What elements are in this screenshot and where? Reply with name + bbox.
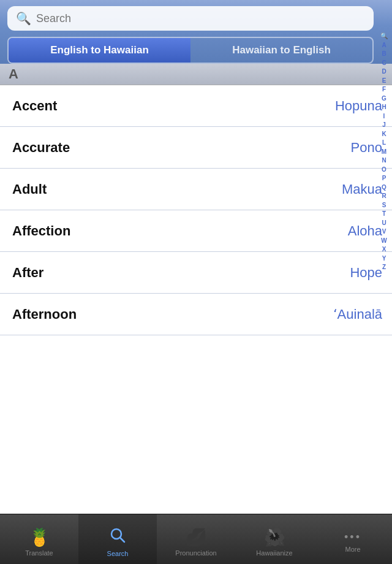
hawaiian-word: ʻAuinalā	[333, 307, 382, 322]
tab-search[interactable]: Search	[78, 514, 157, 564]
alpha-index: 🔍 A B C D E F G H I J K L M N O P Q R S …	[376, 31, 392, 514]
english-word: Accurate	[12, 140, 70, 156]
english-word: Accent	[12, 98, 57, 114]
segment-control: English to Hawaiian Hawaiian to English	[7, 37, 374, 64]
table-row[interactable]: Afternoon ʻAuinalā	[0, 294, 392, 335]
english-word: After	[12, 265, 43, 281]
word-list: Accent Hopuna Accurate Pono Adult Makua …	[0, 85, 392, 335]
tab-hawaiianize-label: Hawaiianize	[256, 549, 292, 557]
section-header-a: A	[0, 64, 392, 85]
tab-translate[interactable]: 🍍 Translate	[0, 514, 78, 564]
tab-search-label: Search	[107, 550, 129, 557]
search-icon: 🔍	[16, 11, 31, 26]
search-bar[interactable]: 🔍	[7, 6, 374, 31]
section-letter: A	[9, 66, 18, 82]
tab-pronunciation-label: Pronunciation	[175, 549, 216, 557]
tab-bar: 🍍 Translate Search 💋 Pronunciation 🌺 Haw…	[0, 514, 392, 564]
segment-english-to-hawaiian[interactable]: English to Hawaiian	[9, 38, 190, 63]
lips-icon: 💋	[186, 527, 207, 547]
more-icon: •••	[344, 531, 361, 544]
search-tab-icon	[109, 527, 126, 548]
flower-icon: 🌺	[264, 527, 285, 547]
pineapple-icon: 🍍	[29, 527, 50, 547]
segment-hawaiian-to-english[interactable]: Hawaiian to English	[190, 38, 372, 63]
hawaiian-word: Hopuna	[335, 98, 382, 114]
tab-translate-label: Translate	[25, 549, 53, 557]
table-row[interactable]: Accent Hopuna	[0, 85, 392, 127]
english-word: Adult	[12, 181, 47, 197]
tab-more-label: More	[345, 546, 360, 553]
table-row[interactable]: Affection Aloha	[0, 210, 392, 252]
alpha-search[interactable]: 🔍	[380, 32, 388, 41]
search-input[interactable]	[36, 12, 365, 25]
table-row[interactable]: Accurate Pono	[0, 127, 392, 169]
table-row[interactable]: Adult Makua	[0, 169, 392, 210]
header: 🔍 English to Hawaiian Hawaiian to Englis…	[0, 0, 392, 64]
tab-more[interactable]: ••• More	[314, 514, 392, 564]
svg-line-1	[120, 538, 124, 542]
table-row[interactable]: After Hope	[0, 252, 392, 294]
english-word: Affection	[12, 223, 70, 239]
tab-hawaiianize[interactable]: 🌺 Hawaiianize	[235, 514, 314, 564]
english-word: Afternoon	[12, 307, 77, 322]
tab-pronunciation[interactable]: 💋 Pronunciation	[157, 514, 235, 564]
